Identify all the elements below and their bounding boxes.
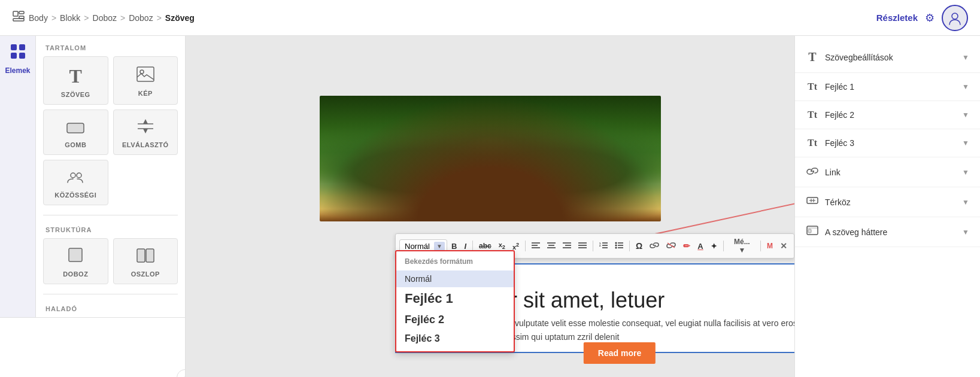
justify-button[interactable]: [575, 240, 590, 253]
svg-rect-55: [808, 229, 811, 233]
breadcrumb: Body > Blokk > Doboz > Doboz > Szöveg: [12, 10, 195, 26]
sidebar-item-left-2: Tt Fejléc 2: [806, 110, 854, 120]
szoveg-label: SZÖVEG: [61, 91, 90, 98]
sidebar-item-left-6: A szöveg háttere: [806, 226, 887, 238]
dropdown-item-h2[interactable]: Fejléc 2: [396, 310, 514, 330]
close-toolbar-button[interactable]: ✕: [777, 239, 790, 253]
highlight-button[interactable]: ✦: [708, 240, 720, 253]
chevron-down-icon-2: ▼: [962, 111, 969, 119]
sidebar-item-left-4: Link: [806, 166, 841, 178]
breadcrumb-body: Body: [29, 13, 48, 23]
elemek-grid-icon: [10, 43, 26, 64]
elemek-tab[interactable]: Elemek: [0, 36, 36, 317]
svg-point-40: [615, 242, 617, 244]
breadcrumb-current: Szöveg: [165, 13, 195, 23]
dropdown-item-normal[interactable]: Normál: [396, 270, 514, 287]
svg-rect-9: [137, 67, 154, 81]
dropdown-item-h1[interactable]: Fejléc 1: [396, 287, 514, 310]
read-more-button[interactable]: Read more: [584, 342, 656, 364]
content-item-elvalaszto[interactable]: ELVÁLASZTÓ: [113, 110, 178, 155]
content-grid-struktura: DOBOZ OSZLOP: [36, 238, 185, 291]
chevron-down-icon-6: ▼: [962, 228, 969, 236]
content-item-kozossegi[interactable]: KÖZÖSSÉGI: [43, 160, 108, 205]
svg-point-17: [77, 173, 81, 178]
chevron-down-icon-4: ▼: [962, 168, 969, 177]
sidebar-item-left-5: Térköz: [806, 196, 851, 208]
sidebar-collapse-button[interactable]: ‹: [177, 369, 186, 377]
fejlec3-label: Fejléc 3: [825, 138, 854, 148]
svg-rect-11: [67, 123, 84, 133]
text-settings-icon: T: [806, 50, 819, 64]
svg-rect-20: [146, 249, 154, 262]
elemek-label: Elemek: [5, 66, 30, 75]
content-item-doboz[interactable]: DOBOZ: [43, 238, 108, 284]
sidebar-top: Elemek TARTALOM T SZÖVEG: [0, 36, 185, 318]
svg-rect-8: [19, 53, 25, 59]
sidebar-item-background[interactable]: A szöveg háttere ▼: [795, 217, 980, 247]
section-header-tartalom: TARTALOM: [36, 36, 185, 56]
center-content: Normál ▼ B I abc x2 x2: [186, 36, 794, 377]
unlink-button[interactable]: [663, 240, 679, 253]
gear-icon[interactable]: ⚙: [925, 11, 935, 25]
column-icon: [136, 248, 154, 267]
tree-image: [320, 96, 661, 221]
section-header-halado: HALADÓ: [36, 297, 185, 317]
omega-button[interactable]: Ω: [633, 239, 645, 253]
svg-text:2.: 2.: [599, 244, 601, 247]
breadcrumb-blokk: Blokk: [60, 13, 80, 23]
ordered-list-button[interactable]: 1.2.: [596, 240, 611, 253]
sidebar-item-terkoz[interactable]: Térköz ▼: [795, 187, 980, 217]
sidebar-item-fejlec1[interactable]: Tt Fejléc 1 ▼: [795, 73, 980, 101]
svg-marker-14: [143, 129, 148, 133]
canvas-area: Normál ▼ B I abc x2 x2: [186, 36, 794, 377]
sidebar-item-szovegbeallitasok[interactable]: T Szövegbeállítások ▼: [795, 42, 980, 73]
details-button[interactable]: Részletek: [876, 13, 918, 23]
sidebar-item-left: T Szövegbeállítások: [806, 50, 893, 64]
fejlec1-label: Fejléc 1: [825, 82, 854, 92]
svg-rect-5: [11, 44, 17, 50]
align-right-button[interactable]: [560, 240, 574, 253]
heading2-icon: Tt: [806, 110, 819, 120]
toolbar-sep6: [760, 241, 761, 251]
link-button[interactable]: [647, 239, 662, 253]
unordered-list-button[interactable]: [612, 240, 626, 253]
svg-point-42: [615, 244, 617, 246]
topbar-right: Részletek ⚙: [876, 5, 968, 31]
main-layout: Elemek TARTALOM T SZÖVEG: [0, 36, 980, 377]
mailchimp-button[interactable]: M: [764, 240, 776, 252]
link-label: Link: [825, 168, 841, 177]
content-item-szoveg[interactable]: T SZÖVEG: [43, 56, 108, 105]
fejlec2-label: Fejléc 2: [825, 110, 854, 120]
content-item-gomb[interactable]: GOMB: [43, 110, 108, 155]
text-icon: T: [69, 65, 82, 87]
font-color-button[interactable]: A: [694, 240, 706, 253]
dropdown-header: Bekezdés formátum: [396, 255, 514, 270]
svg-point-4: [952, 13, 958, 19]
svg-rect-19: [137, 249, 145, 262]
sidebar-item-fejlec3[interactable]: Tt Fejléc 3 ▼: [795, 129, 980, 157]
format-dropdown: Bekezdés formátum Normál Fejléc 1 Fejléc…: [395, 250, 515, 352]
sidebar-item-fejlec2[interactable]: Tt Fejléc 2 ▼: [795, 101, 980, 129]
chevron-down-icon-3: ▼: [962, 139, 969, 147]
section-header-struktura: STRUKTÚRA: [36, 218, 185, 238]
button-icon: [66, 118, 84, 138]
pen-button[interactable]: ✏: [680, 239, 693, 253]
avatar[interactable]: [942, 5, 968, 31]
svg-rect-6: [19, 44, 25, 50]
breadcrumb-doboz2: Doboz: [129, 13, 153, 23]
content-item-oszlop[interactable]: OSZLOP: [113, 238, 178, 284]
sidebar-item-link[interactable]: Link ▼: [795, 157, 980, 187]
align-center-button[interactable]: [544, 240, 559, 253]
szovegbeallitasok-label: Szövegbeállítások: [825, 53, 893, 62]
dropdown-item-h3[interactable]: Fejléc 3: [396, 330, 514, 348]
content-item-kep[interactable]: KÉP: [113, 56, 178, 105]
more-button[interactable]: Mé... ▼: [727, 236, 757, 256]
link-sidebar-icon: [806, 166, 819, 178]
box-icon: [68, 247, 83, 267]
heading3-icon: Tt: [806, 138, 819, 148]
breadcrumb-sep4: >: [157, 13, 162, 23]
content-grid-tartalom: T SZÖVEG KÉP: [36, 56, 185, 212]
align-left-button[interactable]: [529, 240, 543, 253]
breadcrumb-sep3: >: [120, 13, 125, 23]
breadcrumb-sep1: >: [51, 13, 56, 23]
